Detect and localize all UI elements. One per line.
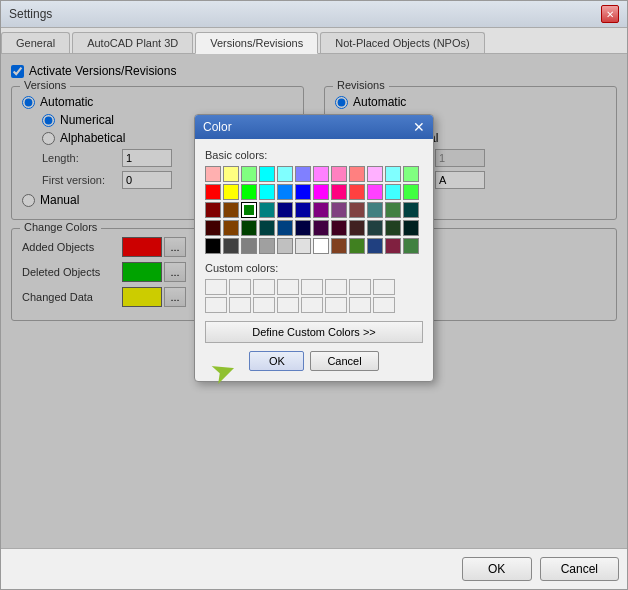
dialog-close-button[interactable]: ✕ (413, 120, 425, 134)
basic-color-3[interactable] (259, 166, 275, 182)
basic-color-6[interactable] (313, 166, 329, 182)
basic-color-58[interactable] (385, 238, 401, 254)
basic-color-5[interactable] (295, 166, 311, 182)
basic-color-24[interactable] (205, 202, 221, 218)
basic-color-40[interactable] (277, 220, 293, 236)
basic-color-51[interactable] (259, 238, 275, 254)
ok-button[interactable]: OK (462, 557, 532, 581)
custom-colors-grid (205, 279, 423, 313)
basic-color-14[interactable] (241, 184, 257, 200)
basic-color-41[interactable] (295, 220, 311, 236)
basic-color-32[interactable] (349, 202, 365, 218)
basic-color-39[interactable] (259, 220, 275, 236)
basic-color-34[interactable] (385, 202, 401, 218)
basic-color-43[interactable] (331, 220, 347, 236)
basic-color-46[interactable] (385, 220, 401, 236)
basic-color-54[interactable] (313, 238, 329, 254)
basic-color-13[interactable] (223, 184, 239, 200)
dialog-title-bar: Color ✕ (195, 115, 433, 139)
basic-color-12[interactable] (205, 184, 221, 200)
basic-color-38[interactable] (241, 220, 257, 236)
define-custom-colors-button[interactable]: Define Custom Colors >> (205, 321, 423, 343)
custom-color-14[interactable] (325, 297, 347, 313)
basic-color-35[interactable] (403, 202, 419, 218)
basic-color-49[interactable] (223, 238, 239, 254)
dialog-footer: OK Cancel (205, 351, 423, 371)
cancel-button[interactable]: Cancel (540, 557, 619, 581)
basic-color-11[interactable] (403, 166, 419, 182)
basic-color-37[interactable] (223, 220, 239, 236)
basic-color-59[interactable] (403, 238, 419, 254)
basic-color-53[interactable] (295, 238, 311, 254)
custom-color-5[interactable] (301, 279, 323, 295)
tab-bar: General AutoCAD Plant 3D Versions/Revisi… (1, 28, 627, 54)
custom-color-10[interactable] (229, 297, 251, 313)
basic-color-55[interactable] (331, 238, 347, 254)
custom-color-1[interactable] (205, 279, 227, 295)
basic-color-56[interactable] (349, 238, 365, 254)
tab-general[interactable]: General (1, 32, 70, 53)
tab-versions[interactable]: Versions/Revisions (195, 32, 318, 54)
basic-color-27[interactable] (259, 202, 275, 218)
basic-color-25[interactable] (223, 202, 239, 218)
custom-color-15[interactable] (349, 297, 371, 313)
custom-color-6[interactable] (325, 279, 347, 295)
dialog-body: Basic colors: Custom colors: (195, 139, 433, 381)
custom-color-2[interactable] (229, 279, 251, 295)
basic-color-23[interactable] (403, 184, 419, 200)
basic-color-0[interactable] (205, 166, 221, 182)
basic-color-48[interactable] (205, 238, 221, 254)
basic-color-28[interactable] (277, 202, 293, 218)
basic-color-7[interactable] (331, 166, 347, 182)
basic-colors-label: Basic colors: (205, 149, 423, 161)
dialog-title: Color (203, 120, 232, 134)
basic-color-30[interactable] (313, 202, 329, 218)
basic-color-9[interactable] (367, 166, 383, 182)
basic-color-15[interactable] (259, 184, 275, 200)
basic-color-36[interactable] (205, 220, 221, 236)
basic-colors-grid (205, 166, 423, 254)
basic-color-29[interactable] (295, 202, 311, 218)
custom-color-7[interactable] (349, 279, 371, 295)
custom-color-12[interactable] (277, 297, 299, 313)
basic-color-17[interactable] (295, 184, 311, 200)
basic-color-20[interactable] (349, 184, 365, 200)
settings-window: Settings ✕ General AutoCAD Plant 3D Vers… (0, 0, 628, 590)
custom-color-8[interactable] (373, 279, 395, 295)
basic-color-31[interactable] (331, 202, 347, 218)
main-content: Activate Versions/Revisions Versions Aut… (1, 54, 627, 548)
basic-color-44[interactable] (349, 220, 365, 236)
basic-color-42[interactable] (313, 220, 329, 236)
basic-color-45[interactable] (367, 220, 383, 236)
basic-color-21[interactable] (367, 184, 383, 200)
basic-color-52[interactable] (277, 238, 293, 254)
tab-autocad[interactable]: AutoCAD Plant 3D (72, 32, 193, 53)
close-button[interactable]: ✕ (601, 5, 619, 23)
custom-color-3[interactable] (253, 279, 275, 295)
dialog-overlay: Color ✕ Basic colors: Custom colors: (1, 54, 627, 548)
basic-color-33[interactable] (367, 202, 383, 218)
custom-color-11[interactable] (253, 297, 275, 313)
basic-color-47[interactable] (403, 220, 419, 236)
basic-color-2[interactable] (241, 166, 257, 182)
dialog-ok-button[interactable]: OK (249, 351, 304, 371)
custom-colors-label: Custom colors: (205, 262, 423, 274)
basic-color-10[interactable] (385, 166, 401, 182)
basic-color-4[interactable] (277, 166, 293, 182)
dialog-cancel-button[interactable]: Cancel (310, 351, 378, 371)
basic-color-1[interactable] (223, 166, 239, 182)
custom-color-13[interactable] (301, 297, 323, 313)
custom-color-9[interactable] (205, 297, 227, 313)
color-dialog: Color ✕ Basic colors: Custom colors: (194, 114, 434, 382)
basic-color-57[interactable] (367, 238, 383, 254)
basic-color-18[interactable] (313, 184, 329, 200)
basic-color-26[interactable] (241, 202, 257, 218)
basic-color-50[interactable] (241, 238, 257, 254)
basic-color-16[interactable] (277, 184, 293, 200)
basic-color-19[interactable] (331, 184, 347, 200)
tab-npo[interactable]: Not-Placed Objects (NPOs) (320, 32, 484, 53)
basic-color-8[interactable] (349, 166, 365, 182)
basic-color-22[interactable] (385, 184, 401, 200)
custom-color-16[interactable] (373, 297, 395, 313)
custom-color-4[interactable] (277, 279, 299, 295)
